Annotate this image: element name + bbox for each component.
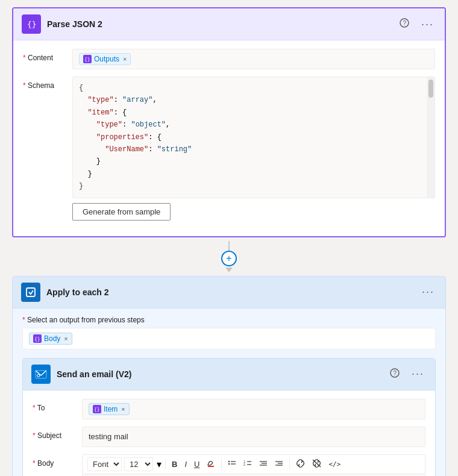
body-editor-container: Font 12 ▾ B I U bbox=[82, 454, 425, 476]
apply-each-card: Apply to each 2 ··· Select an output fro… bbox=[12, 276, 446, 476]
bold-button[interactable]: B bbox=[169, 459, 180, 470]
outputs-tag-label: Outputs bbox=[94, 55, 119, 63]
apply-each-actions: ··· bbox=[419, 284, 437, 299]
add-step-button[interactable]: + bbox=[221, 251, 237, 266]
svg-text:{}: {} bbox=[34, 337, 40, 342]
to-input[interactable]: {} Item × bbox=[82, 399, 425, 419]
apply-each-icon bbox=[21, 283, 40, 302]
parse-json-icon: {} bbox=[22, 14, 41, 34]
ordered-list-button[interactable]: 1.2. bbox=[241, 458, 254, 471]
output-input[interactable]: {} Body × bbox=[22, 328, 436, 349]
outdent-button[interactable] bbox=[257, 458, 270, 471]
parse-json-card: {} Parse JSON 2 ? ··· Content bbox=[12, 7, 446, 237]
toolbar-divider-2 bbox=[221, 459, 222, 469]
svg-text:O: O bbox=[37, 374, 40, 378]
body-toolbar: Font 12 ▾ B I U bbox=[82, 454, 425, 474]
more-options-button[interactable]: ··· bbox=[419, 17, 436, 32]
connector-1: + bbox=[12, 241, 446, 272]
content-label: Content bbox=[23, 49, 65, 62]
send-email-header: O Send an email (V2) ? ··· bbox=[23, 359, 435, 390]
send-email-help-button[interactable]: ? bbox=[387, 367, 402, 381]
chevron-down-icon: ▾ bbox=[157, 459, 162, 470]
svg-text:{}: {} bbox=[94, 407, 100, 412]
font-select[interactable]: Font bbox=[87, 457, 122, 471]
remove-link-button[interactable] bbox=[310, 458, 324, 471]
scrollbar-thumb bbox=[428, 80, 433, 98]
body-tag-icon: {} bbox=[33, 334, 42, 343]
svg-text:?: ? bbox=[393, 370, 397, 377]
body-field-row: Body Font 12 ▾ B bbox=[33, 454, 425, 476]
help-button[interactable]: ? bbox=[397, 17, 412, 31]
generate-from-sample-button[interactable]: Generate from sample bbox=[72, 203, 171, 221]
content-field-row: Content {} Outputs × bbox=[23, 49, 435, 69]
font-size-select[interactable]: 12 bbox=[124, 457, 153, 471]
apply-more-button[interactable]: ··· bbox=[419, 284, 437, 299]
item-tag-icon: {} bbox=[93, 405, 101, 413]
outputs-tag: {} Outputs × bbox=[79, 53, 131, 65]
body-label: Body bbox=[33, 454, 75, 468]
schema-field-row: Schema { "type": "array", "item": { "typ… bbox=[23, 77, 435, 221]
svg-text:2.: 2. bbox=[243, 463, 246, 466]
indent-button[interactable] bbox=[272, 458, 286, 471]
toolbar-divider-3 bbox=[289, 459, 290, 469]
parse-json-title: Parse JSON 2 bbox=[47, 19, 397, 29]
schema-field-container: { "type": "array", "item": { "type": "ob… bbox=[72, 77, 435, 221]
to-field-row: To {} Item × bbox=[33, 399, 425, 419]
outputs-tag-close[interactable]: × bbox=[123, 55, 127, 63]
apply-each-header: Apply to each 2 ··· bbox=[13, 277, 445, 308]
unordered-list-button[interactable] bbox=[225, 458, 239, 471]
subject-input[interactable] bbox=[82, 427, 425, 447]
svg-rect-4 bbox=[27, 288, 35, 296]
schema-label: Schema bbox=[23, 77, 65, 90]
to-label: To bbox=[33, 399, 75, 412]
apply-each-title: Apply to each 2 bbox=[46, 287, 419, 297]
body-tag: {} Body × bbox=[29, 333, 72, 345]
item-tag-label: Item bbox=[104, 405, 118, 413]
apply-each-body: Select an output from previous steps {} … bbox=[13, 308, 445, 476]
underline-button[interactable]: U bbox=[192, 459, 202, 470]
svg-text:?: ? bbox=[403, 20, 406, 27]
select-output-field: Select an output from previous steps {} … bbox=[22, 316, 436, 349]
code-view-button[interactable]: </> bbox=[326, 459, 343, 469]
send-email-body: To {} Item × bbox=[23, 390, 435, 476]
toolbar-divider-1 bbox=[165, 459, 166, 469]
subject-field-row: Subject bbox=[33, 427, 425, 447]
connector-line-top bbox=[228, 241, 230, 251]
parse-json-actions: ? ··· bbox=[397, 17, 436, 32]
item-tag-close[interactable]: × bbox=[121, 406, 125, 413]
content-input[interactable]: {} Outputs × bbox=[72, 49, 435, 69]
send-email-actions: ? ··· bbox=[387, 366, 427, 381]
svg-point-15 bbox=[228, 463, 230, 464]
send-email-title: Send an email (V2) bbox=[57, 369, 387, 379]
send-email-icon: O bbox=[31, 365, 51, 384]
item-tag: {} Item × bbox=[89, 403, 130, 415]
parse-json-header: {} Parse JSON 2 ? ··· bbox=[13, 8, 445, 40]
select-output-label: Select an output from previous steps bbox=[22, 316, 436, 324]
subject-label: Subject bbox=[33, 427, 75, 440]
svg-text:{}: {} bbox=[84, 57, 90, 62]
italic-button[interactable]: I bbox=[182, 459, 189, 470]
paint-button[interactable] bbox=[204, 458, 218, 471]
body-editor[interactable]: Specify the body of the mail bbox=[82, 474, 425, 476]
svg-text:{}: {} bbox=[27, 20, 37, 29]
body-tag-close[interactable]: × bbox=[64, 335, 67, 342]
parse-json-body: Content {} Outputs × Schema { bbox=[13, 40, 445, 236]
body-tag-label: Body bbox=[44, 334, 60, 343]
connector-arrow bbox=[225, 268, 233, 272]
outputs-tag-icon: {} bbox=[83, 55, 92, 63]
schema-scrollbar bbox=[427, 77, 434, 198]
schema-editor[interactable]: { "type": "array", "item": { "type": "ob… bbox=[72, 77, 435, 198]
insert-link-button[interactable] bbox=[293, 458, 307, 471]
send-email-more-button[interactable]: ··· bbox=[409, 366, 427, 381]
svg-point-13 bbox=[228, 460, 230, 462]
send-email-card: O Send an email (V2) ? ··· bbox=[22, 358, 436, 476]
